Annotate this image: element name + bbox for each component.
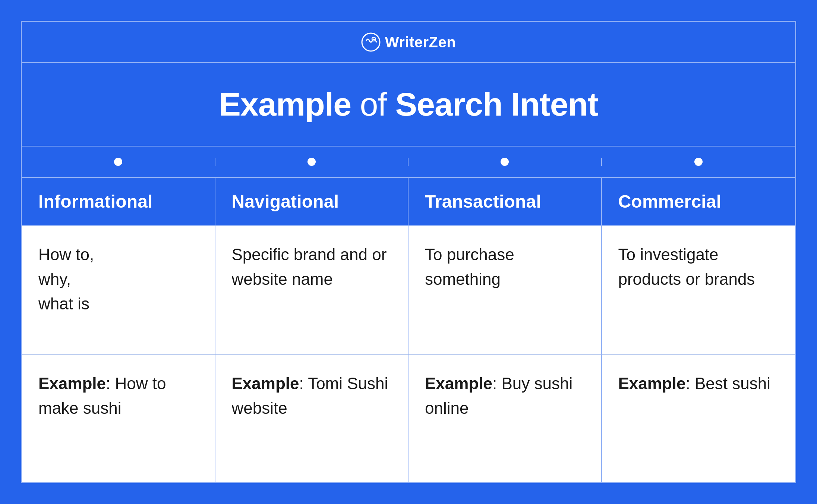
col-example-text-transactional: Example: Buy sushi online (425, 371, 585, 420)
example-rest-4: : Best sushi (685, 374, 770, 393)
col-header-text-commercial: Commercial (618, 191, 722, 212)
col-header-informational: Informational (22, 178, 215, 226)
table-area: Informational How to,why,what is Example… (22, 178, 795, 482)
title-bold-2: Search Intent (395, 86, 598, 123)
dot-cell-1 (22, 158, 215, 166)
col-desc-text-transactional: To purchase something (425, 242, 585, 292)
example-bold-1: Example (38, 374, 106, 393)
col-desc-transactional: To purchase something (408, 226, 601, 354)
col-desc-commercial: To investigate products or brands (602, 226, 795, 354)
col-desc-text-commercial: To investigate products or brands (618, 242, 779, 292)
dot-cell-2 (215, 158, 409, 166)
col-desc-navigational: Specific brand and or website name (215, 226, 408, 354)
col-commercial: Commercial To investigate products or br… (602, 178, 795, 482)
example-bold-3: Example (425, 374, 492, 393)
col-example-commercial: Example: Best sushi (602, 354, 795, 482)
col-example-transactional: Example: Buy sushi online (408, 354, 601, 482)
logo-text: WriterZen (385, 34, 456, 51)
svg-line-2 (375, 41, 377, 42)
col-example-text-informational: Example: How to make sushi (38, 371, 198, 420)
col-informational: Informational How to,why,what is Example… (22, 178, 215, 482)
col-example-text-navigational: Example: Tomi Sushi website (232, 371, 392, 420)
header-row: WriterZen (22, 22, 795, 63)
col-header-text-navigational: Navigational (232, 191, 339, 212)
col-transactional: Transactional To purchase something Exam… (408, 178, 602, 482)
col-header-navigational: Navigational (215, 178, 408, 226)
example-bold-2: Example (232, 374, 299, 393)
dot-cell-4 (602, 158, 795, 166)
writerzen-logo-icon (361, 32, 381, 52)
dots-row (22, 147, 795, 178)
title-row: Example of Search Intent (22, 63, 795, 147)
dot-cell-3 (408, 158, 602, 166)
col-navigational: Navigational Specific brand and or websi… (215, 178, 409, 482)
col-example-navigational: Example: Tomi Sushi website (215, 354, 408, 482)
col-desc-text-informational: How to,why,what is (38, 242, 94, 316)
dot-2 (307, 158, 316, 166)
dot-4 (694, 158, 703, 166)
dot-1 (114, 158, 122, 166)
title-bold-1: Example (219, 86, 351, 123)
col-header-transactional: Transactional (408, 178, 601, 226)
col-example-text-commercial: Example: Best sushi (618, 371, 770, 396)
col-example-informational: Example: How to make sushi (22, 354, 215, 482)
col-header-text-transactional: Transactional (425, 191, 541, 212)
title-of: of (351, 86, 395, 123)
main-title: Example of Search Intent (219, 85, 598, 123)
col-header-commercial: Commercial (602, 178, 795, 226)
example-bold-4: Example (618, 374, 686, 393)
col-desc-text-navigational: Specific brand and or website name (232, 242, 392, 292)
col-desc-informational: How to,why,what is (22, 226, 215, 354)
logo-container: WriterZen (361, 32, 456, 52)
dot-3 (501, 158, 509, 166)
col-header-text-informational: Informational (38, 191, 153, 212)
main-container: WriterZen Example of Search Intent Infor… (21, 21, 796, 483)
